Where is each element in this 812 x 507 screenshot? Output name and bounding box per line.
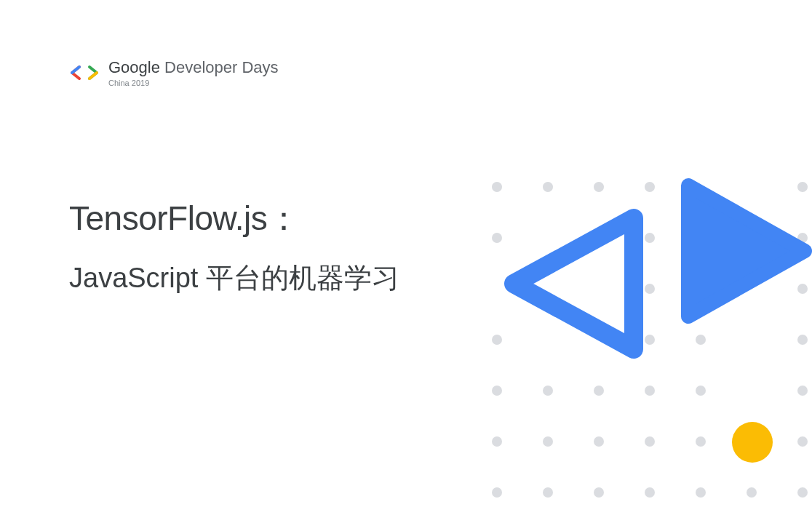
header-brand: Google (108, 58, 160, 76)
dot-icon (696, 335, 706, 345)
dot-icon (543, 182, 553, 192)
dot-icon (645, 386, 655, 396)
dot-icon (492, 182, 502, 192)
yellow-circle-icon (732, 422, 773, 463)
dot-icon (492, 487, 502, 498)
code-brackets-icon (69, 64, 100, 81)
dot-icon (594, 386, 604, 396)
dot-icon (492, 386, 502, 396)
dot-icon (594, 182, 604, 192)
triangle-outline-icon (492, 196, 652, 374)
dot-icon (696, 487, 706, 498)
dot-icon (543, 436, 553, 447)
dot-icon (594, 436, 604, 447)
dot-icon (797, 436, 808, 447)
header-event: Developer Days (164, 58, 279, 76)
dot-icon (797, 386, 808, 396)
dot-icon (492, 436, 502, 447)
triangle-filled-icon (670, 171, 812, 334)
dot-icon (543, 386, 553, 396)
dot-icon (645, 436, 655, 447)
dot-icon (797, 487, 808, 498)
decorative-graphics (477, 160, 812, 507)
dot-icon (645, 487, 655, 498)
header-main-text: Google Developer Days (108, 58, 279, 77)
dot-icon (594, 487, 604, 498)
header-subtitle: China 2019 (108, 79, 279, 87)
title-line-1: TensorFlow.js： (69, 196, 399, 241)
dot-icon (696, 386, 706, 396)
header-text: Google Developer Days China 2019 (108, 58, 279, 87)
dot-icon (696, 436, 706, 447)
dot-icon (747, 487, 757, 498)
dot-icon (543, 487, 553, 498)
dot-icon (797, 335, 808, 345)
title-section: TensorFlow.js： JavaScript 平台的机器学习 (69, 196, 399, 297)
title-line-2: JavaScript 平台的机器学习 (69, 260, 399, 297)
header-logo: Google Developer Days China 2019 (69, 58, 279, 87)
dot-icon (645, 182, 655, 192)
